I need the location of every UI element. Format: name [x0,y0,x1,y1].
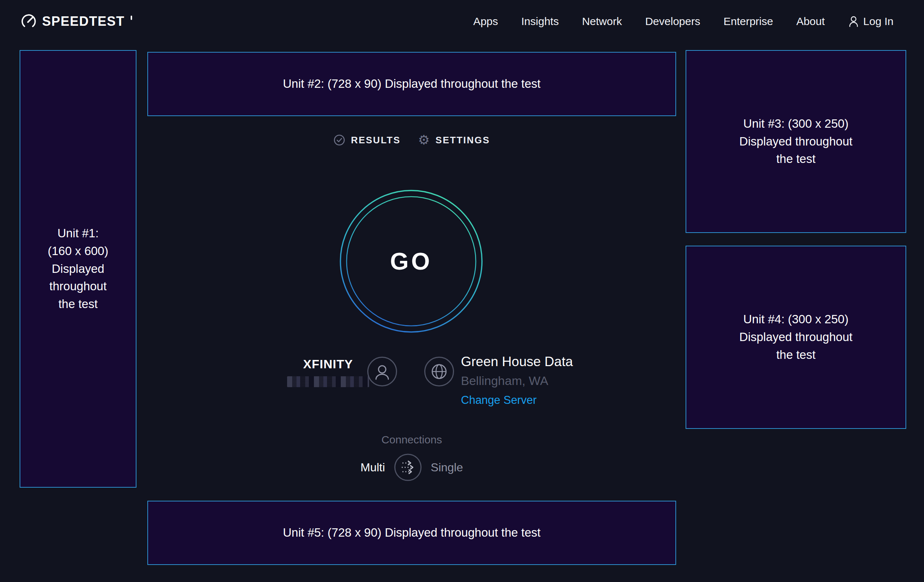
nav-item-developers[interactable]: Developers [645,15,700,28]
user-icon [848,15,859,28]
connections-label: Connections [147,434,676,446]
ad-unit-5-text: Unit #5: (728 x 90) Displayed throughout… [283,524,541,542]
server-block: Green House Data Bellingham, WA Change S… [461,354,573,407]
ad-unit-1-line: (160 x 600) [48,242,109,260]
isp-server-row: XFINITY Green House Data Bellingham, WA … [147,351,676,420]
user-circle-icon [367,356,398,387]
nav-item-insights[interactable]: Insights [521,15,559,28]
ad-unit-1-line: Unit #1: [57,224,99,242]
change-server-link[interactable]: Change Server [461,394,573,407]
multi-arrows-icon [394,453,422,481]
speedtest-logo[interactable]: SPEEDTEST [20,13,132,30]
connections-toggle[interactable] [394,453,422,481]
nav-item-about[interactable]: About [796,15,825,28]
connections-section: Connections Multi Single [147,434,676,481]
ad-unit-3[interactable]: Unit #3: (300 x 250) Displayed throughou… [686,50,906,233]
nav-item-enterprise[interactable]: Enterprise [723,15,773,28]
connections-single-label[interactable]: Single [431,461,463,474]
server-name: Green House Data [461,354,573,369]
tab-settings[interactable]: ⚙ SETTINGS [418,134,490,147]
redacted-ip [287,376,369,387]
trademark-icon [130,16,132,20]
ad-unit-5[interactable]: Unit #5: (728 x 90) Displayed throughout… [147,501,676,565]
ad-unit-2[interactable]: Unit #2: (728 x 90) Displayed throughout… [147,52,676,116]
ad-unit-4-line: the test [776,346,815,364]
ad-unit-3-line: the test [776,150,815,168]
ad-unit-4-line: Unit #4: (300 x 250) [743,311,848,328]
login-button[interactable]: Log In [848,15,894,28]
ad-unit-1-line: the test [58,295,97,313]
go-label: GO [338,189,484,334]
ad-unit-1[interactable]: Unit #1: (160 x 600) Displayed throughou… [20,50,137,488]
tab-results[interactable]: RESULTS [333,134,401,146]
tabs-row: RESULTS ⚙ SETTINGS [147,130,676,150]
ad-unit-4-line: Displayed throughout [739,328,853,346]
speedtest-gauge-icon [20,13,37,30]
brand-name: SPEEDTEST [42,14,125,29]
isp-name: XFINITY [281,357,375,371]
ad-unit-3-line: Unit #3: (300 x 250) [743,115,848,133]
tab-results-label: RESULTS [351,135,401,146]
nav-links: Apps Insights Network Developers Enterpr… [473,15,894,28]
ad-unit-3-line: Displayed throughout [739,133,853,150]
nav-item-network[interactable]: Network [582,15,622,28]
ad-unit-1-line: Displayed [52,260,104,278]
tab-settings-label: SETTINGS [436,135,490,146]
connections-row: Multi Single [147,453,676,481]
speedtest-page: SPEEDTEST Apps Insights Network Develope… [0,0,924,582]
login-label: Log In [863,15,894,28]
check-circle-icon [333,134,345,146]
nav-item-apps[interactable]: Apps [473,15,498,28]
isp-block: XFINITY [281,357,375,387]
go-button[interactable]: GO [338,189,484,334]
connections-multi-label[interactable]: Multi [360,461,385,474]
gear-icon: ⚙ [418,134,430,147]
globe-circle-icon [424,356,454,387]
ad-unit-2-text: Unit #2: (728 x 90) Displayed throughout… [283,75,541,93]
server-location: Bellingham, WA [461,374,573,388]
ad-unit-4[interactable]: Unit #4: (300 x 250) Displayed throughou… [686,246,906,429]
top-nav: SPEEDTEST Apps Insights Network Develope… [0,0,924,43]
ad-unit-1-line: throughout [50,278,107,295]
